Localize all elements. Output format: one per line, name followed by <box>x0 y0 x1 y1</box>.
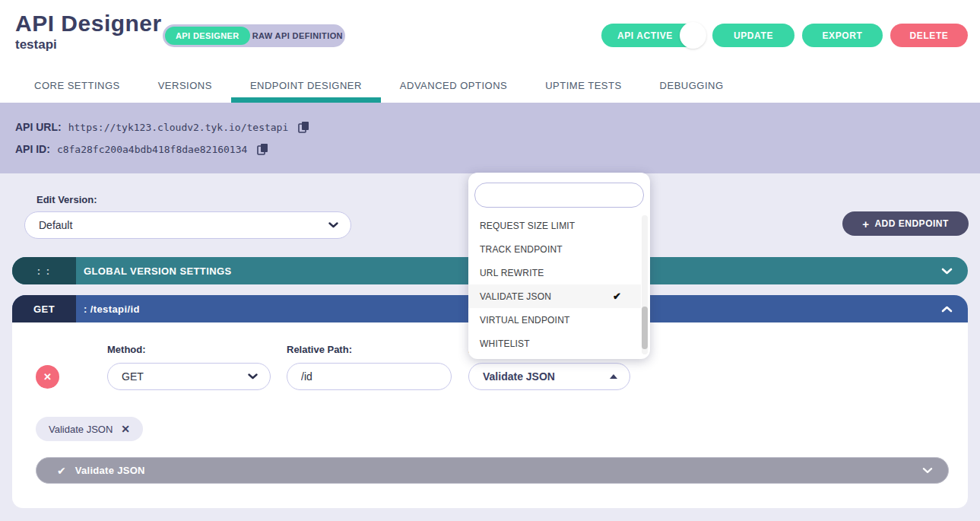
update-button[interactable]: UPDATE <box>712 24 794 47</box>
version-select-value: Default <box>39 219 72 231</box>
api-name: testapi <box>15 37 162 52</box>
plugin-option-label: VIRTUAL ENDPOINT <box>480 315 570 326</box>
api-url-row: API URL: https://tyk123.cloudv2.tyk.io/t… <box>15 121 980 133</box>
add-endpoint-button[interactable]: + ADD ENDPOINT <box>842 211 969 236</box>
nav-tabs: CORE SETTINGS VERSIONS ENDPOINT DESIGNER… <box>0 68 980 103</box>
tab-endpoint-designer[interactable]: ENDPOINT DESIGNER <box>231 68 381 103</box>
chevron-up-icon[interactable] <box>941 306 953 313</box>
edit-version-label: Edit Version: <box>36 194 97 205</box>
mode-raw-api-definition[interactable]: RAW API DEFINITION <box>250 31 345 40</box>
endpoint-method-badge: GET <box>12 295 76 322</box>
plugin-tag-label: Validate JSON <box>49 424 113 435</box>
check-icon: ✔ <box>57 465 66 477</box>
tab-debugging[interactable]: DEBUGGING <box>641 68 743 103</box>
api-id-label: API ID: <box>15 143 50 155</box>
page-title: API Designer <box>15 11 162 37</box>
plugin-options-list: REQUEST SIZE LIMIT TRACK ENDPOINT URL RE… <box>468 214 641 355</box>
remove-endpoint-button[interactable]: ✕ <box>36 365 59 389</box>
relative-path-label: Relative Path: <box>287 344 352 355</box>
plugin-option-validate-json[interactable]: VALIDATE JSON ✔ <box>468 284 641 308</box>
api-info-band: API URL: https://tyk123.cloudv2.tyk.io/t… <box>0 103 980 173</box>
designer-mode-toggle[interactable]: API DESIGNER RAW API DEFINITION <box>163 24 345 47</box>
plugin-option-whitelist[interactable]: WHITELIST <box>468 332 641 355</box>
tab-versions[interactable]: VERSIONS <box>139 68 231 103</box>
version-select[interactable]: Default <box>24 211 351 239</box>
copy-icon[interactable] <box>257 143 268 155</box>
selected-plugin-tag: Validate JSON ✕ <box>36 417 143 441</box>
tab-advanced-options[interactable]: ADVANCED OPTIONS <box>381 68 526 103</box>
plugin-option-label: VALIDATE JSON <box>480 291 551 302</box>
copy-icon[interactable] <box>298 121 309 133</box>
logo: API Designer testapi <box>15 11 162 52</box>
plugin-option-label: WHITELIST <box>480 338 530 349</box>
plugins-select-value: Validate JSON <box>483 370 555 383</box>
chevron-down-icon <box>248 373 258 380</box>
add-endpoint-label: ADD ENDPOINT <box>874 218 948 229</box>
chevron-down-icon[interactable] <box>941 268 953 275</box>
plugin-panel-title: Validate JSON <box>75 465 922 476</box>
method-select-value: GET <box>122 370 144 383</box>
plugin-option-label: URL REWRITE <box>480 268 544 278</box>
plus-icon: + <box>862 218 869 230</box>
mode-api-designer[interactable]: API DESIGNER <box>165 27 250 45</box>
toggle-knob[interactable] <box>680 22 706 49</box>
plugins-dropdown: REQUEST SIZE LIMIT TRACK ENDPOINT URL RE… <box>468 173 650 359</box>
chevron-down-icon <box>328 222 338 228</box>
caret-up-icon <box>610 374 617 379</box>
app-header: API Designer testapi API DESIGNER RAW AP… <box>0 0 980 68</box>
delete-button[interactable]: DELETE <box>890 24 968 47</box>
close-icon: ✕ <box>43 371 52 383</box>
relative-path-input[interactable] <box>287 363 452 390</box>
remove-tag-icon[interactable]: ✕ <box>121 423 130 435</box>
method-select[interactable]: GET <box>107 363 271 390</box>
api-url-label: API URL: <box>15 121 62 133</box>
chevron-down-icon[interactable] <box>922 467 933 474</box>
plugin-option-url-rewrite[interactable]: URL REWRITE <box>468 261 641 284</box>
method-label: Method: <box>107 344 146 355</box>
plugin-option-label: TRACK ENDPOINT <box>480 244 563 255</box>
check-icon: ✔ <box>613 291 621 302</box>
dropdown-scrollbar-thumb[interactable] <box>642 307 648 349</box>
drag-handle-icon[interactable]: : : <box>12 257 76 284</box>
api-url-value: https://tyk123.cloudv2.tyk.io/testapi <box>68 122 289 133</box>
plugin-option-track-endpoint[interactable]: TRACK ENDPOINT <box>468 237 641 261</box>
plugins-select[interactable]: Validate JSON <box>468 363 630 390</box>
validate-json-panel-bar[interactable]: ✔ Validate JSON <box>36 457 949 484</box>
api-id-value: c8fa28fc200a4bdb418f8dae82160134 <box>57 144 247 155</box>
plugin-option-virtual-endpoint[interactable]: VIRTUAL ENDPOINT <box>468 308 641 332</box>
api-active-toggle[interactable]: API ACTIVE <box>601 24 705 47</box>
export-button[interactable]: EXPORT <box>802 24 883 47</box>
header-actions: API ACTIVE UPDATE EXPORT DELETE <box>601 24 968 47</box>
tab-core-settings[interactable]: CORE SETTINGS <box>15 68 139 103</box>
api-id-row: API ID: c8fa28fc200a4bdb418f8dae82160134 <box>15 143 980 155</box>
plugin-option-label: REQUEST SIZE LIMIT <box>480 221 575 231</box>
plugin-search-input[interactable] <box>474 183 644 208</box>
plugin-option-request-size-limit[interactable]: REQUEST SIZE LIMIT <box>468 214 641 237</box>
api-active-label: API ACTIVE <box>617 30 673 41</box>
tab-uptime-tests[interactable]: UPTIME TESTS <box>526 68 640 103</box>
